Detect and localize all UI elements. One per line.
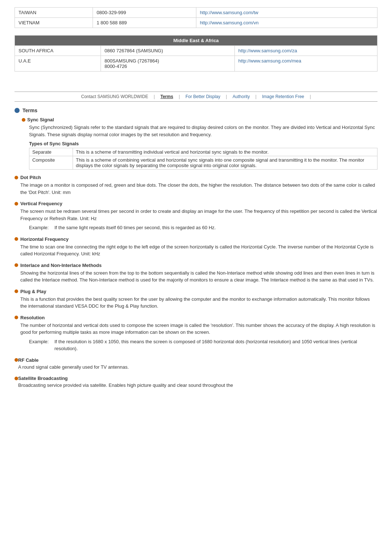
inline-section-title: RF Cable [18, 357, 38, 363]
main-section: Dot Pitch The image on a monitor is comp… [15, 175, 377, 196]
main-section: Horizontal Frequency The time to scan on… [15, 236, 377, 258]
sync-table: Separate This is a scheme of transmittin… [29, 148, 377, 170]
sync-label: Composite [29, 156, 73, 170]
country-name: SOUTH AFRICA [15, 46, 101, 56]
nav-image-retention[interactable]: Image Retention Free [262, 94, 304, 99]
sync-desc: This is a scheme of combining vertical a… [73, 156, 377, 170]
section-body: The number of horizontal and vertical do… [20, 322, 377, 336]
table-row: TAIWAN 0800-329-999 http://www.samsung.c… [15, 8, 377, 18]
sync-label: Separate [29, 148, 73, 156]
orange-dot [22, 118, 25, 122]
content-section: Resolution The number of horizontal and … [15, 315, 377, 352]
section-body: Sync (Synchronized) Signals refer to the… [29, 124, 377, 138]
table-row: SOUTH AFRICA 0860 7267864 (SAMSUNG) http… [15, 46, 377, 56]
main-section-title: Resolution [20, 315, 45, 320]
country-name: TAIWAN [15, 8, 93, 18]
mea-header: Middle East & Africa [15, 36, 377, 46]
main-section: Plug & Play This is a function that prov… [15, 289, 377, 310]
content-section: Dot Pitch The image on a monitor is comp… [15, 175, 377, 196]
main-title-row: Plug & Play [15, 289, 377, 294]
example-text: If the resolution is 1680 x 1050, this m… [54, 338, 374, 352]
sub-section: Sync Signal Sync (Synchronized) Signals … [22, 117, 377, 170]
nav-terms[interactable]: Terms [160, 94, 173, 99]
country-phone: 1 800 588 889 [93, 18, 196, 28]
section-body: This is a function that provides the bes… [20, 296, 377, 310]
main-section-title: Interlace and Non-Interlace Methods [20, 263, 102, 268]
sync-desc: This is a scheme of transmitting individ… [73, 148, 377, 156]
orange-dot [15, 176, 18, 179]
nav-better-display[interactable]: For Better Display [185, 94, 220, 99]
main-title-row: Dot Pitch [15, 175, 377, 180]
top-country-table: TAIWAN 0800-329-999 http://www.samsung.c… [15, 7, 377, 28]
orange-dot [15, 263, 18, 267]
main-section-title: Dot Pitch [20, 175, 41, 180]
sync-types-title: Types of Sync Signals [29, 141, 377, 146]
table-row: VIETNAM 1 800 588 889 http://www.samsung… [15, 18, 377, 28]
example-block: Example:If the resolution is 1680 x 1050… [29, 338, 377, 352]
content-section: Vertical Frequency The screen must be re… [15, 201, 377, 231]
inline-section: RF Cable A round signal cable generally … [15, 357, 377, 371]
orange-dot [15, 202, 18, 206]
table-row: U.A.E 800SAMSUNG (7267864)8000-4726 http… [15, 56, 377, 72]
country-name: U.A.E [15, 56, 101, 72]
inline-title-row: RF Cable [15, 357, 377, 363]
content-section: Satellite Broadcasting Broadcasting serv… [15, 376, 377, 389]
inline-section-title: Satellite Broadcasting [18, 376, 68, 381]
country-url[interactable]: http://www.samsung.com/tw [196, 8, 377, 18]
sub-title: Sync Signal [27, 117, 54, 122]
example-label: Example: [29, 338, 54, 345]
main-section: Resolution The number of horizontal and … [15, 315, 377, 352]
orange-dot [15, 316, 18, 319]
country-phone: 0860 7267864 (SAMSUNG) [101, 46, 234, 56]
page-title-section: Terms [15, 108, 377, 113]
main-title-row: Interlace and Non-Interlace Methods [15, 263, 377, 268]
orange-dot [15, 237, 18, 241]
orange-dot [15, 377, 18, 380]
country-url[interactable]: http://www.samsung.com/za [234, 46, 377, 56]
main-section: Interlace and Non-Interlace Methods Show… [15, 263, 377, 284]
content-section: Interlace and Non-Interlace Methods Show… [15, 263, 377, 284]
content-section: RF Cable A round signal cable generally … [15, 357, 377, 371]
country-name: VIETNAM [15, 18, 93, 28]
nav-contact[interactable]: Contact SAMSUNG WORLDWIDE [81, 94, 148, 99]
section-body: The image on a monitor is composed of re… [20, 182, 377, 196]
inline-title-row: Satellite Broadcasting [15, 376, 377, 381]
section-body: A round signal cable generally used for … [18, 364, 377, 371]
main-section: Vertical Frequency The screen must be re… [15, 201, 377, 231]
section-body: The time to scan one line connecting the… [20, 243, 377, 258]
example-text: If the same light repeats itself 60 time… [54, 224, 374, 231]
content-section: Sync Signal Sync (Synchronized) Signals … [15, 117, 377, 170]
example-block: Example:If the same light repeats itself… [29, 224, 377, 231]
example-label: Example: [29, 224, 54, 231]
nav-bar: Contact SAMSUNG WORLDWIDE | Terms | For … [15, 92, 377, 102]
content-section: Plug & Play This is a function that prov… [15, 289, 377, 310]
section-body: Showing the horizontal lines of the scre… [20, 270, 377, 284]
table-row: Separate This is a scheme of transmittin… [29, 148, 377, 156]
table-row: Composite This is a scheme of combining … [29, 156, 377, 170]
content-section: Horizontal Frequency The time to scan on… [15, 236, 377, 258]
inline-section: Satellite Broadcasting Broadcasting serv… [15, 376, 377, 389]
section-body: Broadcasting service provided via satell… [18, 382, 377, 389]
main-title-row: Vertical Frequency [15, 201, 377, 206]
country-url[interactable]: http://www.samsung.com/mea [234, 56, 377, 72]
sections-container: Sync Signal Sync (Synchronized) Signals … [15, 117, 377, 389]
main-title-row: Horizontal Frequency [15, 236, 377, 242]
country-phone: 800SAMSUNG (7267864)8000-4726 [101, 56, 234, 72]
main-section-title: Horizontal Frequency [20, 236, 69, 242]
page-title: Terms [23, 108, 37, 113]
main-section-title: Plug & Play [20, 289, 46, 294]
country-phone: 0800-329-999 [93, 8, 196, 18]
orange-dot [15, 289, 18, 293]
orange-dot [15, 358, 18, 362]
main-section-title: Vertical Frequency [20, 201, 62, 206]
nav-authority[interactable]: Authority [233, 94, 250, 99]
main-title-row: Resolution [15, 315, 377, 320]
mea-country-table: Middle East & Africa SOUTH AFRICA 0860 7… [15, 35, 377, 72]
section-body: The screen must be redrawn several times… [20, 208, 377, 222]
sub-title-row: Sync Signal [22, 117, 377, 122]
country-url[interactable]: http://www.samsung.com/vn [196, 18, 377, 28]
title-blue-dot [15, 108, 20, 113]
